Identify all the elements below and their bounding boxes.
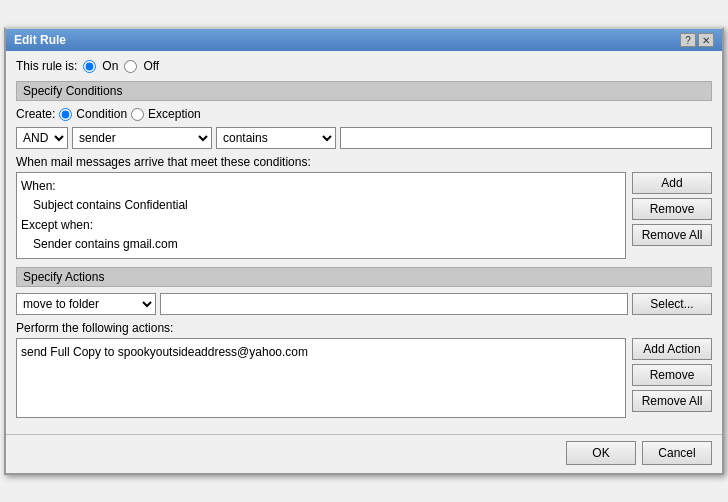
create-label: Create: [16, 107, 55, 121]
rule-off-label: Off [143, 59, 159, 73]
when-condition: Subject contains Confidential [33, 196, 621, 215]
rule-toggle-label: This rule is: [16, 59, 77, 73]
ok-button[interactable]: OK [566, 441, 636, 465]
actions-buttons: Add Action Remove Remove All [632, 338, 712, 418]
conditions-add-button[interactable]: Add [632, 172, 712, 194]
edit-rule-dialog: Edit Rule ? ✕ This rule is: On Off Speci… [4, 27, 724, 475]
conditions-buttons: Add Remove Remove All [632, 172, 712, 259]
actions-remove-all-button[interactable]: Remove All [632, 390, 712, 412]
and-select[interactable]: AND [16, 127, 68, 149]
perform-label: Perform the following actions: [16, 321, 712, 335]
conditions-remove-button[interactable]: Remove [632, 198, 712, 220]
conditions-remove-all-button[interactable]: Remove All [632, 224, 712, 246]
actions-box[interactable]: send Full Copy to spookyoutsideaddress@y… [16, 338, 626, 418]
actions-header: Specify Actions [16, 267, 712, 287]
condition-dropdowns-row: AND sender contains [16, 127, 712, 149]
actions-area: send Full Copy to spookyoutsideaddress@y… [16, 338, 712, 418]
title-bar: Edit Rule ? ✕ [6, 29, 722, 51]
title-bar-buttons: ? ✕ [680, 33, 714, 47]
rule-on-radio[interactable] [83, 60, 96, 73]
specify-conditions-section: Specify Conditions Create: Condition Exc… [16, 81, 712, 259]
action-type-select[interactable]: move to folder [16, 293, 156, 315]
conditions-area: When: Subject contains Confidential Exce… [16, 172, 712, 259]
dialog-title: Edit Rule [14, 33, 66, 47]
cancel-button[interactable]: Cancel [642, 441, 712, 465]
rule-on-label: On [102, 59, 118, 73]
field-select[interactable]: sender [72, 127, 212, 149]
add-action-button[interactable]: Add Action [632, 338, 712, 360]
operator-select[interactable]: contains [216, 127, 336, 149]
condition-radio[interactable] [59, 108, 72, 121]
condition-label: Condition [76, 107, 127, 121]
conditions-box[interactable]: When: Subject contains Confidential Exce… [16, 172, 626, 259]
action-text: send Full Copy to spookyoutsideaddress@y… [21, 343, 621, 362]
exception-label: Exception [148, 107, 201, 121]
folder-input[interactable] [160, 293, 628, 315]
create-radio-row: Create: Condition Exception [16, 107, 712, 121]
condition-value-input[interactable] [340, 127, 712, 149]
conditions-header: Specify Conditions [16, 81, 712, 101]
rule-off-radio[interactable] [124, 60, 137, 73]
help-button[interactable]: ? [680, 33, 696, 47]
rule-toggle-row: This rule is: On Off [16, 59, 712, 73]
action-type-row: move to folder Select... [16, 293, 712, 315]
close-button[interactable]: ✕ [698, 33, 714, 47]
when-label: When: [21, 177, 621, 196]
conditions-info-text: When mail messages arrive that meet thes… [16, 155, 712, 169]
exception-radio[interactable] [131, 108, 144, 121]
actions-remove-button[interactable]: Remove [632, 364, 712, 386]
select-button[interactable]: Select... [632, 293, 712, 315]
specify-actions-section: Specify Actions move to folder Select...… [16, 267, 712, 418]
except-when-label: Except when: [21, 216, 621, 235]
except-condition: Sender contains gmail.com [33, 235, 621, 254]
dialog-footer: OK Cancel [6, 434, 722, 473]
dialog-body: This rule is: On Off Specify Conditions … [6, 51, 722, 434]
